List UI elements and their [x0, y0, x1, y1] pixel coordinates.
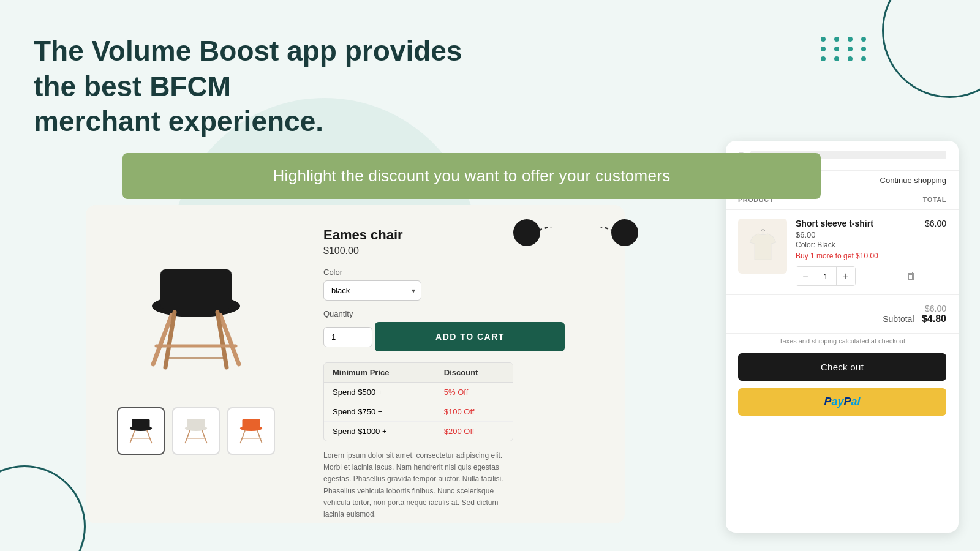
cart-qty-controls: − 1 +	[796, 266, 856, 286]
cart-item-price: $6.00	[796, 230, 916, 239]
product-card: Eames chair $100.00 Color black white or…	[86, 205, 625, 523]
bg-circle-bottom-left	[0, 465, 86, 551]
cart-item: Short sleeve t-shirt $6.00 Color: Black …	[726, 210, 959, 295]
taxes-note: Taxes and shipping calculated at checkou…	[726, 334, 959, 348]
headline: The Volume Boost app provides the best B…	[34, 34, 499, 140]
connector-circle-right	[611, 219, 638, 246]
product-image-section	[86, 205, 306, 523]
discount-row-min: Spend $1000 +	[324, 422, 435, 441]
thumbnail-row	[117, 407, 275, 455]
discount-table: Minimum Price Discount Spend $500 +5% Of…	[323, 362, 513, 441]
bg-circle-top-right	[882, 0, 980, 98]
svg-rect-19	[243, 419, 260, 429]
cart-item-delete[interactable]: 🗑	[907, 271, 916, 282]
cart-col-total: TOTAL	[923, 196, 946, 203]
paypal-icon: PayPal	[824, 395, 860, 408]
dot-grid	[821, 37, 870, 61]
headline-line2: merchant experience.	[34, 105, 323, 137]
svg-line-11	[147, 430, 152, 443]
product-details: Eames chair $100.00 Color black white or…	[306, 205, 625, 523]
add-to-cart-button[interactable]: ADD TO CART	[375, 322, 565, 351]
checkout-button[interactable]: Check out	[738, 353, 946, 381]
svg-rect-14	[187, 419, 205, 429]
thumbnail-black[interactable]	[117, 407, 165, 455]
discount-row-value: $200 Off	[435, 422, 513, 441]
checkout-panel: Continue shopping PRODUCT TOTAL Short sl…	[726, 141, 959, 533]
discount-row-value: 5% Off	[435, 383, 513, 402]
banner-text: Highlight the discount you want to offer…	[147, 167, 796, 186]
cart-qty-decrease[interactable]: −	[796, 267, 815, 285]
subtotal-original: $6.00	[738, 304, 946, 313]
cart-qty-increase[interactable]: +	[837, 267, 855, 285]
svg-line-15	[186, 430, 190, 443]
thumbnail-white[interactable]	[172, 407, 220, 455]
svg-rect-9	[132, 419, 150, 429]
quantity-input[interactable]	[323, 327, 372, 347]
color-select-wrapper[interactable]: black white orange	[323, 280, 421, 301]
svg-line-16	[202, 430, 207, 443]
cart-item-controls: − 1 + 🗑	[796, 266, 916, 286]
svg-line-10	[130, 430, 135, 443]
thumbnail-orange[interactable]	[227, 407, 275, 455]
discount-row-value: $100 Off	[435, 402, 513, 422]
lorem-text: Lorem ipsum dolor sit amet, consectetur …	[323, 450, 513, 520]
cart-item-total: $6.00	[925, 219, 946, 286]
connector-circle-left	[513, 219, 540, 246]
subtotal-value: $4.80	[922, 313, 946, 324]
discount-row-min: Spend $500 +	[324, 383, 435, 402]
quantity-label: Quantity	[323, 309, 608, 318]
svg-line-20	[241, 430, 246, 443]
svg-line-21	[257, 430, 262, 443]
discount-row-min: Spend $750 +	[324, 402, 435, 422]
green-banner: Highlight the discount you want to offer…	[123, 153, 821, 199]
subtotal-label: Subtotal	[883, 314, 914, 324]
main-product-image	[129, 248, 263, 389]
cart-item-name: Short sleeve t-shirt	[796, 219, 916, 228]
discount-col-disc: Discount	[435, 363, 513, 383]
cart-item-color: Color: Black	[796, 241, 916, 249]
headline-line1: The Volume Boost app provides the best B…	[34, 35, 462, 102]
paypal-button[interactable]: PayPal	[738, 388, 946, 416]
cart-item-upsell: Buy 1 more to get $10.00	[796, 252, 916, 260]
cart-subtotal: $6.00 Subtotal $4.80	[726, 295, 959, 334]
color-select[interactable]: black white orange	[323, 280, 421, 301]
product-price: $100.00	[323, 246, 608, 257]
color-label: Color	[323, 268, 608, 277]
discount-col-min: Minimum Price	[324, 363, 435, 383]
svg-rect-1	[160, 269, 232, 309]
cart-item-details: Short sleeve t-shirt $6.00 Color: Black …	[796, 219, 916, 286]
cart-item-image	[738, 219, 787, 274]
cart-qty-display: 1	[815, 267, 837, 285]
